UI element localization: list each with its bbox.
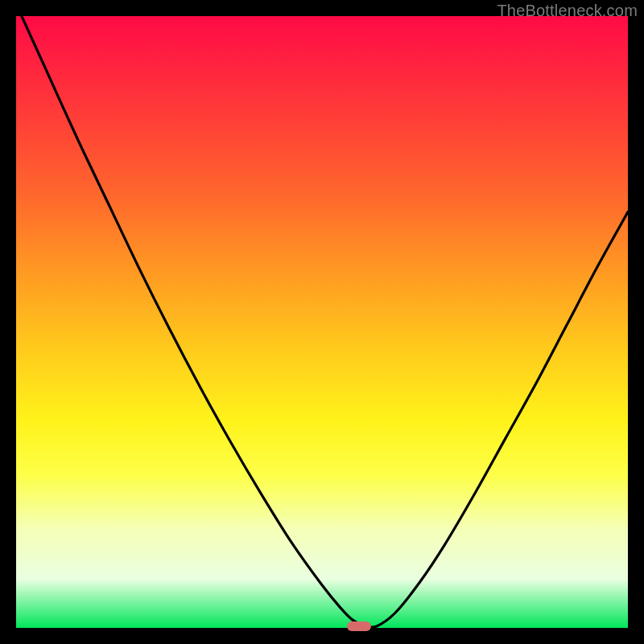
chart-frame: TheBottleneck.com — [0, 0, 644, 644]
plot-area — [16, 16, 628, 628]
bottleneck-curve — [16, 16, 628, 628]
watermark-text: TheBottleneck.com — [497, 2, 638, 20]
minimum-marker — [347, 621, 371, 631]
